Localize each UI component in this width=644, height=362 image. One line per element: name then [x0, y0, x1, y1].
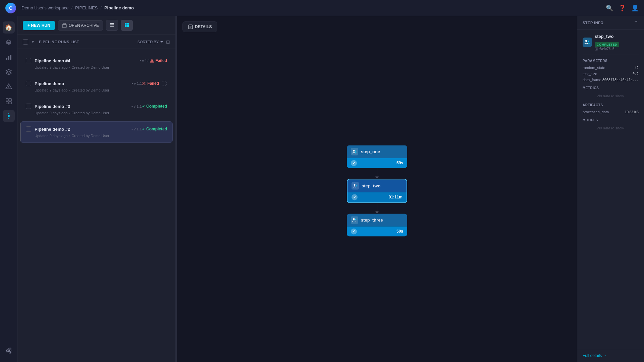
- run-item-none[interactable]: Pipeline demo • v 1.1 Failed Updated 7 d…: [20, 76, 173, 97]
- run-2-checkbox[interactable]: [26, 126, 31, 132]
- breadcrumb-current: Pipeline demo: [104, 5, 134, 10]
- sidebar-item-datasets[interactable]: [3, 95, 15, 107]
- app-logo: C: [5, 3, 16, 13]
- sorted-by-label[interactable]: SORTED BY: [138, 40, 163, 44]
- sidebar-item-models[interactable]: [3, 36, 15, 48]
- step-one-name: step_one: [361, 149, 380, 154]
- step-info-collapse-icon[interactable]: [633, 20, 639, 25]
- svg-rect-7: [6, 102, 8, 104]
- step-info-header: STEP INFO: [577, 16, 644, 30]
- svg-point-31: [354, 184, 356, 186]
- run-3-checkbox[interactable]: [26, 104, 31, 109]
- step-two-sm-icon: [583, 38, 592, 47]
- details-tab[interactable]: DETAILS: [182, 21, 217, 32]
- details-tab-label: DETAILS: [195, 24, 212, 29]
- step-two-bar: ✓ 01:11m: [347, 192, 407, 202]
- params-list: random_state 42 test_size 0.2 data_frame…: [583, 65, 639, 83]
- pipeline-node-step-three[interactable]: step_three ✓ 50s: [347, 214, 407, 236]
- run-4-checkbox[interactable]: [26, 58, 31, 63]
- sidebar-item-experiments[interactable]: [3, 51, 15, 63]
- artifact-processed-data: processed_data 10.83 KB: [583, 109, 639, 115]
- user-avatar[interactable]: 👤: [631, 4, 639, 12]
- run-none-stop-icon[interactable]: [162, 81, 167, 86]
- breadcrumb-pipelines[interactable]: PIPELINES: [75, 5, 98, 10]
- pipeline-list-panel: + NEW RUN OPEN ARCHIVE ▼ PIPELINE RUNS L…: [17, 16, 176, 362]
- help-icon[interactable]: ❓: [619, 4, 626, 12]
- run-2-created: Created by Demo User: [71, 134, 109, 138]
- run-item-4[interactable]: Pipeline demo #4 • v 1.1 ✕ Failed Update…: [20, 53, 173, 74]
- svg-point-32: [356, 185, 357, 186]
- breadcrumb: Demo User's workspace / PIPELINES / Pipe…: [21, 5, 603, 10]
- run-2-status: ✓ Completed: [142, 127, 167, 131]
- step-name-row: step_two COMPLETED ID 6a4e78e5: [583, 34, 639, 55]
- parameters-label: PARAMETERS: [583, 59, 639, 63]
- svg-point-30: [355, 150, 356, 152]
- search-icon[interactable]: 🔍: [606, 4, 613, 12]
- step-two-name: step_two: [362, 183, 380, 188]
- runs-list: Pipeline demo #4 • v 1.1 ✕ Failed Update…: [17, 49, 175, 362]
- step-three-name: step_three: [361, 218, 383, 223]
- param-test-size: test_size 0.2: [583, 71, 639, 77]
- run-item-3[interactable]: Pipeline demo #3 • v 1.1 ✓ Completed Upd…: [20, 99, 173, 120]
- run-3-meta: Updated 9 days ago • Created by Demo Use…: [26, 111, 167, 115]
- models-label: MODELS: [583, 118, 639, 122]
- svg-rect-19: [110, 26, 114, 27]
- sidebar-item-pipelines[interactable]: [3, 110, 15, 122]
- run-none-checkbox[interactable]: [26, 81, 31, 86]
- svg-point-36: [588, 41, 589, 42]
- run-4-name: Pipeline demo #4: [35, 58, 138, 63]
- connector-1-2: [377, 168, 377, 179]
- sidebar-item-layers[interactable]: [3, 66, 15, 78]
- pipeline-diagram: step_one ✓ 59s step_two ✓: [347, 145, 407, 236]
- run-2-name: Pipeline demo #2: [35, 127, 129, 132]
- view-grid-button[interactable]: [121, 20, 133, 31]
- panel-toolbar: + NEW RUN OPEN ARCHIVE: [17, 16, 175, 35]
- pipeline-node-step-one[interactable]: step_one ✓ 59s: [347, 145, 407, 168]
- new-run-button[interactable]: + NEW RUN: [23, 21, 55, 30]
- main-canvas: DETAILS step_one ✓ 59s: [177, 16, 577, 362]
- step-two-check-icon: ✓: [352, 194, 358, 200]
- step-one-bar: ✓ 59s: [347, 158, 407, 168]
- svg-rect-2: [10, 55, 11, 60]
- step-two-time: 01:11m: [389, 195, 402, 199]
- svg-point-29: [353, 150, 355, 152]
- run-item-2[interactable]: Pipeline demo #2 • v 1.1 ✓ Completed Upd…: [20, 121, 173, 143]
- filter-icon[interactable]: ⊟: [166, 39, 170, 45]
- run-none-meta: Updated 7 days ago • Created by Demo Use…: [26, 88, 167, 92]
- svg-point-33: [353, 218, 355, 220]
- step-one-icon: [351, 148, 358, 155]
- select-all-checkbox[interactable]: [23, 39, 28, 45]
- topbar-actions: 🔍 ❓ 👤: [606, 4, 639, 12]
- list-chevron-icon: ▼: [31, 40, 35, 44]
- run-4-created: Created by Demo User: [71, 65, 109, 69]
- breadcrumb-workspace[interactable]: Demo User's workspace: [21, 5, 68, 10]
- open-archive-button[interactable]: OPEN ARCHIVE: [58, 20, 103, 31]
- artifacts-label: ARTIFACTS: [583, 103, 639, 107]
- svg-rect-21: [127, 23, 129, 25]
- svg-rect-8: [9, 102, 11, 104]
- svg-rect-17: [110, 23, 114, 24]
- step-three-check-icon: ✓: [351, 228, 357, 234]
- sidebar-item-settings[interactable]: [3, 345, 15, 357]
- svg-rect-6: [9, 99, 11, 101]
- step-one-check-icon: ✓: [351, 160, 357, 166]
- step-info-content: step_two COMPLETED ID 6a4e78e5 PARAMETER…: [577, 30, 644, 349]
- svg-text:ID: ID: [596, 48, 597, 50]
- view-list-button[interactable]: [106, 20, 118, 31]
- run-none-name: Pipeline demo: [35, 81, 130, 86]
- sidebar-item-issues[interactable]: !: [3, 80, 15, 93]
- svg-text:✕: ✕: [151, 60, 153, 62]
- sidebar-item-home[interactable]: 🏠: [3, 21, 15, 34]
- pipeline-node-step-two[interactable]: step_two ✓ 01:11m: [347, 179, 407, 203]
- run-3-created: Created by Demo User: [71, 111, 109, 115]
- run-none-updated: Updated 7 days ago: [35, 88, 67, 92]
- step-two-label: step_two: [595, 34, 613, 39]
- run-none-created: Created by Demo User: [71, 88, 109, 92]
- run-3-version: • v 1.1: [131, 104, 142, 108]
- list-title: PIPELINE RUNS LIST: [39, 40, 138, 44]
- step-two-icon: [352, 182, 359, 189]
- svg-point-9: [8, 115, 10, 117]
- full-details-link[interactable]: Full details →: [577, 349, 644, 362]
- run-2-version: • v 1.1: [131, 127, 142, 131]
- svg-rect-16: [63, 23, 66, 24]
